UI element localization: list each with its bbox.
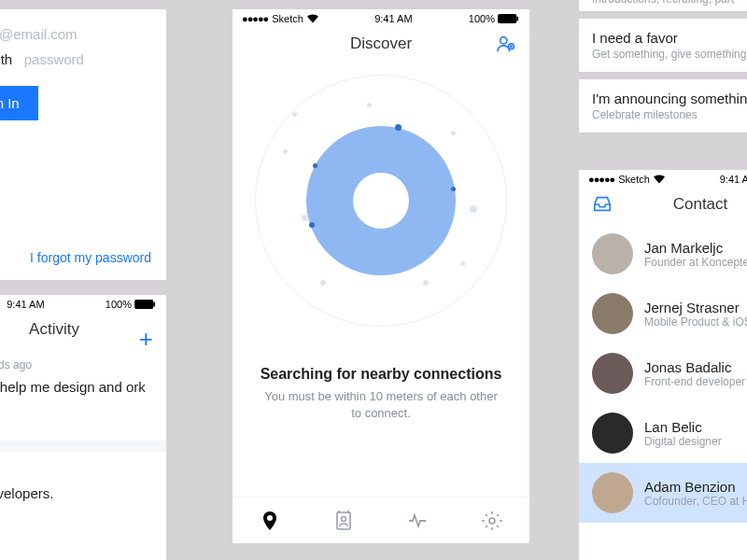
svg-point-5 xyxy=(342,516,346,521)
wifi-icon xyxy=(307,14,318,23)
signal-dots-icon: ●●●●● xyxy=(242,13,268,24)
avatar xyxy=(592,413,633,454)
svg-rect-8 xyxy=(153,301,155,306)
contact-row[interactable]: Jernej StrasnerMobile Product & iOS xyxy=(579,284,747,343)
battery-icon xyxy=(498,14,520,24)
carrier-label: Sketch xyxy=(272,13,303,24)
sign-in-button[interactable]: Sign In xyxy=(0,86,38,120)
contact-row[interactable]: Adam BenzionCofounder, CEO at H xyxy=(579,463,747,523)
avatar xyxy=(592,353,633,394)
post-time: n ago xyxy=(0,465,151,478)
page-title: Activity xyxy=(29,320,79,339)
list-item[interactable]: I need a favor Get something, give somet… xyxy=(579,19,747,72)
post-text: OS developers. xyxy=(0,483,151,503)
password-field[interactable]: cted with password xyxy=(0,51,151,67)
contact-row[interactable]: Lan BelicDigital designer xyxy=(579,403,747,463)
navbar: Contact xyxy=(579,189,747,220)
tab-settings[interactable] xyxy=(481,510,503,532)
radar-area: Searching for nearby connections You mus… xyxy=(233,60,529,497)
status-time: 9:41 AM xyxy=(7,299,44,310)
page-title: Discover xyxy=(350,35,412,53)
pill-stack: Introductions, recruiting, part I need a… xyxy=(579,0,747,140)
status-bar: 9:41 AM 100% xyxy=(0,295,166,314)
post-text: one to help me design and ork app. xyxy=(0,377,151,416)
tab-contacts[interactable] xyxy=(332,510,355,532)
post-time: w seconds ago xyxy=(0,358,151,371)
phone-discover: ●●●●● Sketch 9:41 AM 100% Discover xyxy=(233,9,529,543)
tab-activity[interactable] xyxy=(407,510,430,532)
tab-bar xyxy=(233,497,529,543)
list-item[interactable]: I'm announcing something Celebrate miles… xyxy=(579,79,747,133)
svg-rect-7 xyxy=(134,300,153,309)
email-field[interactable]: myreal@email.com xyxy=(0,26,151,42)
add-activity-button[interactable]: + xyxy=(139,325,153,354)
svg-rect-1 xyxy=(516,16,518,21)
avatar xyxy=(592,472,633,513)
forgot-password-link[interactable]: I forgot my password xyxy=(30,250,151,265)
status-time: 9:41 AM xyxy=(374,13,412,24)
avatar xyxy=(592,293,633,334)
radar-graphic xyxy=(255,75,507,327)
svg-rect-0 xyxy=(498,14,516,23)
wifi-icon xyxy=(654,175,665,184)
svg-point-2 xyxy=(500,37,507,44)
page-title: Contact xyxy=(673,195,728,214)
battery-icon xyxy=(134,300,157,310)
status-bar: ●●●●● Sketch 9:41 AM xyxy=(579,170,747,189)
card-signin: myreal@email.com cted with password Sign… xyxy=(0,9,166,280)
divider xyxy=(0,441,166,452)
discover-headline: Searching for nearby connections xyxy=(259,366,503,383)
add-contact-icon[interactable] xyxy=(496,34,516,58)
avatar xyxy=(592,233,633,274)
inbox-icon[interactable] xyxy=(592,194,613,218)
phone-contacts: ●●●●● Sketch 9:41 AM Contact Jan Markelj… xyxy=(579,170,747,560)
battery-pct: 100% xyxy=(469,13,495,24)
status-time: 9:41 AM xyxy=(720,174,747,185)
navbar: Discover xyxy=(233,28,529,60)
discover-subtext: You must be within 10 meters of each oth… xyxy=(259,388,503,422)
signal-dots-icon: ●●●●● xyxy=(588,174,614,185)
battery-pct: 100% xyxy=(106,299,132,310)
contact-row[interactable]: Jan MarkeljcFounder at Koncepte xyxy=(579,224,747,284)
contact-row[interactable]: Jonas BadalicFront-end developer xyxy=(579,343,747,403)
tab-discover[interactable] xyxy=(259,510,281,532)
carrier-label: Sketch xyxy=(618,174,650,185)
card-activity: 9:41 AM 100% Activity + w seconds ago on… xyxy=(0,295,166,560)
list-item[interactable]: Introductions, recruiting, part xyxy=(579,0,747,11)
status-bar: ●●●●● Sketch 9:41 AM 100% xyxy=(233,9,529,28)
contacts-list: Jan MarkeljcFounder at Koncepte Jernej S… xyxy=(579,220,747,523)
svg-point-6 xyxy=(489,518,495,524)
